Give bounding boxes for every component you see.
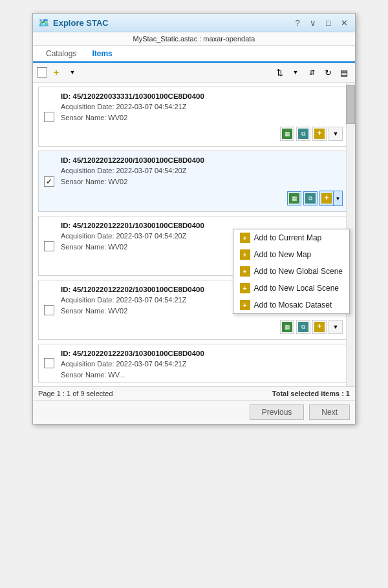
help-button[interactable]: ? (292, 17, 303, 28)
subtitle: MyStac_Static.astac : maxar-opendata (33, 32, 355, 46)
item-card-1: ✓ ID: 45/120220122200/10300100CE8D0400 A… (38, 151, 350, 212)
item-content-0: ID: 45/120220033331/10300100CE8D0400 Acq… (61, 92, 343, 141)
item-copy-btn-3[interactable]: ⧉ (296, 320, 310, 334)
add-mosaic-icon: + (240, 300, 250, 310)
item-checkbox-3[interactable] (44, 305, 54, 315)
item-sensor-1: Sensor Name: WV02 (61, 176, 343, 187)
item-id-4: ID: 45/120220122203/10300100CE8D0400 (61, 350, 343, 357)
item-checkbox-1[interactable]: ✓ (44, 176, 54, 187)
add-current-map-icon: + (240, 233, 250, 243)
add-current-map-label: Add to Current Map (254, 233, 322, 242)
add-new-map-label: Add to New Map (254, 250, 312, 259)
copy-icon: ⧉ (298, 129, 308, 139)
item-add-btn-0[interactable]: + (312, 127, 327, 141)
dropdown-add-new-map[interactable]: + Add to New Map (233, 246, 349, 263)
item-acquisition-1: Acquisition Date: 2022-03-07 04:54:20Z (61, 165, 343, 176)
maximize-button[interactable]: □ (323, 17, 334, 28)
status-bar: Page 1 : 1 of 9 selected Total selected … (33, 386, 355, 400)
item-view-btn-3[interactable]: ▦ (280, 320, 294, 334)
title-bar-left: 🗺️ Explore STAC (38, 17, 109, 28)
tabs-bar: Catalogs Items (33, 46, 355, 63)
item-checkbox-0[interactable] (44, 112, 54, 122)
item-acquisition-0: Acquisition Date: 2022-03-07 04:54:21Z (61, 101, 343, 112)
item-sensor-4: Sensor Name: WV... (61, 370, 343, 381)
dropdown-add-mosaic[interactable]: + Add to Mosaic Dataset (233, 297, 349, 313)
settings-button[interactable]: ▤ (337, 65, 351, 79)
item-view-btn-0[interactable]: ▦ (280, 127, 294, 141)
grid-icon: ▦ (282, 129, 292, 139)
next-button[interactable]: Next (309, 404, 350, 420)
window-title: Explore STAC (53, 18, 109, 28)
grid-icon-1: ▦ (289, 193, 299, 204)
dropdown-add-global-scene[interactable]: + Add to New Global Scene (233, 263, 349, 280)
item-actions-1: ▦ ⧉ + ▼ (61, 191, 343, 206)
add-toolbar-button[interactable]: + (49, 65, 63, 79)
item-view-btn-1[interactable]: ▦ (287, 191, 301, 205)
chevron-down-icon-1: ▼ (336, 196, 341, 202)
refresh-button[interactable]: ↻ (321, 65, 335, 79)
sort-chevron-icon: ▼ (293, 69, 299, 76)
add-global-scene-label: Add to New Global Scene (254, 267, 343, 276)
copy-icon-3: ⧉ (298, 322, 308, 332)
order-icon: ⇵ (309, 68, 315, 77)
total-selected-status: Total selected items : 1 (272, 390, 350, 397)
add-new-map-icon: + (240, 249, 250, 260)
item-add-main-btn-1[interactable]: + (320, 191, 333, 205)
item-add-drop-btn-3[interactable]: ▼ (329, 320, 343, 334)
add-icon: + (54, 67, 59, 78)
item-card-0: ID: 45/120220033331/10300100CE8D0400 Acq… (38, 87, 350, 147)
item-actions-0: ▦ ⧉ + ▼ (61, 127, 343, 141)
plus-icon-1: + (321, 193, 332, 204)
toolbar-dropdown-button[interactable]: ▼ (65, 65, 80, 79)
toolbar: + ▼ ⇅ ▼ ⇵ ↻ ▤ (33, 63, 355, 83)
item-copy-btn-1[interactable]: ⧉ (303, 191, 318, 205)
item-card-4: ID: 45/120220122203/10300100CE8D0400 Acq… (38, 344, 350, 383)
add-dropdown-menu: + Add to Current Map + Add to New Map + … (233, 229, 350, 314)
item-add-btn-3[interactable]: + (312, 320, 327, 334)
chevron-down-icon-3: ▼ (333, 324, 339, 330)
minimize-button[interactable]: ∨ (307, 17, 319, 28)
add-global-scene-icon: + (240, 266, 250, 277)
item-id-0: ID: 45/120220033331/10300100CE8D0400 (61, 92, 343, 100)
plus-icon-3: + (314, 322, 325, 332)
dropdown-add-current-map[interactable]: + Add to Current Map (233, 229, 349, 246)
chevron-down-icon-0: ▼ (333, 131, 339, 137)
items-list: ID: 45/120220033331/10300100CE8D0400 Acq… (33, 83, 355, 386)
previous-button[interactable]: Previous (250, 404, 305, 420)
chevron-down-icon: ▼ (70, 69, 76, 76)
close-button[interactable]: ✕ (338, 17, 350, 28)
item-checkbox-4[interactable] (44, 358, 54, 368)
order-button[interactable]: ⇵ (305, 65, 319, 79)
item-add-drop-btn-0[interactable]: ▼ (329, 127, 343, 141)
add-mosaic-label: Add to Mosaic Dataset (254, 300, 332, 310)
item-sensor-0: Sensor Name: WV02 (61, 112, 343, 123)
title-bar-controls: ? ∨ □ ✕ (292, 17, 350, 28)
item-id-1: ID: 45/120220122200/10300100CE8D0400 (61, 156, 343, 164)
add-local-scene-label: Add to New Local Scene (254, 284, 339, 293)
item-acquisition-4: Acquisition Date: 2022-03-07 04:54:21Z (61, 359, 343, 370)
refresh-icon: ↻ (325, 68, 332, 78)
page-status: Page 1 : 1 of 9 selected (38, 390, 113, 397)
select-all-checkbox[interactable] (37, 67, 47, 78)
item-actions-3: ▦ ⧉ + ▼ (61, 320, 343, 334)
dropdown-add-local-scene[interactable]: + Add to New Local Scene (233, 280, 349, 297)
plus-icon: + (314, 129, 325, 139)
item-content-4: ID: 45/120220122203/10300100CE8D0400 Acq… (61, 350, 343, 380)
tab-catalogs[interactable]: Catalogs (38, 46, 84, 63)
item-add-dropdown-btn-1[interactable]: ▼ (333, 191, 342, 205)
add-local-scene-icon: + (240, 283, 250, 293)
tab-items[interactable]: Items (84, 46, 120, 63)
copy-icon-1: ⧉ (305, 193, 316, 204)
sort-icon: ⇅ (276, 68, 283, 78)
item-add-group-1: + ▼ (319, 191, 343, 206)
item-content-1: ID: 45/120220122200/10300100CE8D0400 Acq… (61, 156, 343, 206)
footer-buttons: Previous Next (33, 400, 355, 424)
scrollbar-thumb[interactable] (346, 85, 355, 124)
item-copy-btn-0[interactable]: ⧉ (296, 127, 310, 141)
item-checkbox-2[interactable] (44, 241, 54, 251)
explore-stac-window: 🗺️ Explore STAC ? ∨ □ ✕ MyStac_Static.as… (32, 13, 356, 425)
grid-icon-3: ▦ (282, 322, 292, 332)
sort-dropdown-button[interactable]: ▼ (288, 65, 303, 79)
title-bar: 🗺️ Explore STAC ? ∨ □ ✕ (33, 14, 355, 32)
sort-button[interactable]: ⇅ (272, 65, 286, 79)
